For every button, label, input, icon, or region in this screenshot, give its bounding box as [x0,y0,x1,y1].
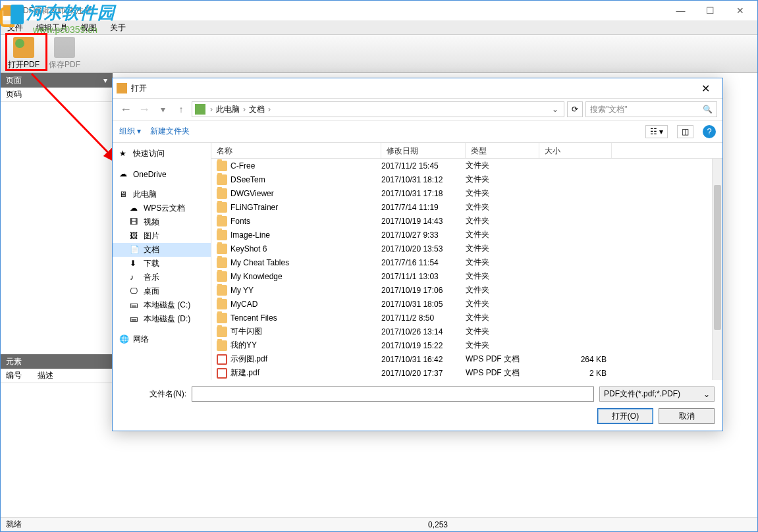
breadcrumb-dropdown[interactable]: ⌄ [549,105,561,114]
folder-icon [217,327,227,337]
search-input[interactable]: 搜索"文档" 🔍 [585,101,717,117]
tree-item[interactable]: 🖵桌面 [113,284,211,298]
pdf-icon [217,354,227,365]
dialog-close-button[interactable]: ✕ [692,80,718,96]
file-type: 文件夹 [466,257,539,268]
refresh-button[interactable]: ⟳ [567,101,583,117]
tree-item[interactable]: 📄文档 [113,243,211,257]
col-name-header[interactable]: 名称 [211,143,381,158]
cloud-icon: ☁ [130,203,140,214]
file-row[interactable]: MyCAD2017/10/31 18:05文件夹 [211,297,722,311]
elements-panel: 元素 编号 描述 [1,354,113,383]
close-button[interactable]: ✕ [725,1,755,20]
menu-edit-tools[interactable]: 编辑工具 [30,20,74,35]
file-row[interactable]: 我的YY2017/10/19 15:22文件夹 [211,338,722,352]
tree-item[interactable]: 🖼图片 [113,229,211,243]
tree-item[interactable]: ☁WPS云文档 [113,201,211,215]
tree-item[interactable]: ⬇下载 [113,257,211,271]
folder-icon [217,257,227,268]
filename-input[interactable] [192,386,594,402]
organize-button[interactable]: 组织 ▾ [119,126,141,137]
tree-item[interactable]: 🖴本地磁盘 (C:) [113,298,211,312]
file-row[interactable]: 示例图.pdf2017/10/31 16:42WPS PDF 文档264 KB [211,352,722,366]
folder-icon [217,230,227,240]
scrollbar-thumb[interactable] [714,185,721,330]
dialog-bottom: 文件名(N): PDF文件(*.pdf;*.PDF) ⌄ 打开(O) 取消 [113,380,722,431]
tree-item[interactable]: 🖥此电脑 [113,188,211,201]
new-folder-button[interactable]: 新建文件夹 [150,126,190,137]
minimize-button[interactable]: — [666,1,695,20]
col-type-header[interactable]: 类型 [466,143,539,158]
nav-recent-button[interactable]: ▾ [155,101,171,117]
file-name: DWGViewer [230,189,274,198]
file-type: 文件夹 [466,340,539,351]
maximize-button[interactable]: ☐ [695,1,725,20]
tree-item[interactable]: ★快速访问 [113,147,211,161]
image-icon: 🖼 [130,231,140,242]
tree-item-label: 桌面 [144,286,159,297]
tree-item-label: 本地磁盘 (C:) [144,300,190,311]
file-row[interactable]: Image-Line2017/10/27 9:33文件夹 [211,228,722,242]
scrollbar[interactable] [712,159,722,380]
video-icon: 🎞 [130,217,140,228]
file-type: 文件夹 [466,298,539,309]
menu-file[interactable]: 文件 [1,20,30,35]
breadcrumb-item-docs[interactable]: 文档 [249,104,265,115]
file-row[interactable]: FLiNGTrainer2017/7/14 11:19文件夹 [211,200,722,214]
menu-about[interactable]: 关于 [103,20,132,35]
folder-icon [217,202,227,213]
view-mode-button[interactable]: ☷ ▾ [645,125,668,138]
file-row[interactable]: Tencent Files2017/11/2 8:50文件夹 [211,311,722,325]
file-row[interactable]: DSeeTem2017/10/31 18:12文件夹 [211,173,722,186]
cancel-button[interactable]: 取消 [659,408,715,424]
dialog-toolbar: 组织 ▾ 新建文件夹 ☷ ▾ ◫ ? [113,120,722,143]
help-button[interactable]: ? [703,125,716,138]
file-row[interactable]: DWGViewer2017/10/31 17:18文件夹 [211,186,722,200]
open-button[interactable]: 打开(O) [597,408,653,424]
tree-item[interactable]: ♪音乐 [113,271,211,284]
breadcrumb-item-pc[interactable]: 此电脑 [216,104,240,115]
nav-back-button[interactable]: ← [118,101,134,117]
file-row[interactable]: 新建.pdf2017/10/20 17:37WPS PDF 文档2 KB [211,366,722,380]
breadcrumb[interactable]: › 此电脑 › 文档 › ⌄ [192,101,564,117]
open-pdf-button[interactable]: 打开PDF [3,35,44,73]
download-icon: ⬇ [130,259,140,269]
file-row[interactable]: C-Free2017/11/2 15:45文件夹 [211,159,722,173]
tree-item[interactable]: 🎞视频 [113,215,211,229]
elements-columns: 编号 描述 [1,369,113,383]
file-row[interactable]: My Knowledge2017/11/1 13:03文件夹 [211,269,722,283]
pc-icon: 🖥 [119,190,130,200]
folder-icon [217,244,227,254]
pages-subhead: 页码 [1,88,113,102]
panel-menu-icon[interactable]: ▾ [103,76,107,85]
file-row[interactable]: Fonts2017/10/19 14:43文件夹 [211,214,722,228]
tree-item[interactable]: 🖴本地磁盘 (D:) [113,312,211,326]
nav-forward-button[interactable]: → [136,101,152,117]
menu-view[interactable]: 视图 [74,20,103,35]
file-date: 2017/10/19 15:22 [381,341,466,350]
status-coords: 0,253 [428,520,560,529]
file-row[interactable]: My YY2017/10/19 17:06文件夹 [211,283,722,297]
dialog-title: 打开 [131,83,692,94]
tree-item[interactable]: ☁OneDrive [113,167,211,181]
main-titlebar: PDF编辑大师(未注册) — ☐ ✕ [1,1,757,20]
file-type-filter[interactable]: PDF文件(*.pdf;*.PDF) ⌄ [599,386,715,402]
preview-pane-button[interactable]: ◫ [677,125,693,138]
nav-tree: ★快速访问☁OneDrive🖥此电脑☁WPS云文档🎞视频🖼图片📄文档⬇下载♪音乐… [113,143,211,380]
save-disk-icon [54,37,75,58]
folder-icon [217,216,227,226]
save-pdf-button[interactable]: 保存PDF [44,35,85,73]
file-row[interactable]: My Cheat Tables2017/7/16 11:54文件夹 [211,255,722,269]
file-row[interactable]: 可牛闪图2017/10/26 13:14文件夹 [211,325,722,338]
dialog-titlebar: 打开 ✕ [113,78,722,98]
col-date-header[interactable]: 修改日期 [381,143,466,158]
file-type: 文件夹 [466,201,539,213]
nav-up-button[interactable]: ↑ [173,101,189,117]
col-size-header[interactable]: 大小 [539,143,612,158]
file-date: 2017/10/31 17:18 [381,189,466,198]
file-name: 示例图.pdf [230,354,267,365]
file-date: 2017/10/19 17:06 [381,286,466,295]
file-row[interactable]: KeyShot 62017/10/20 13:53文件夹 [211,242,722,255]
folder-icon [217,271,227,282]
tree-item[interactable]: 🌐网络 [113,332,211,346]
